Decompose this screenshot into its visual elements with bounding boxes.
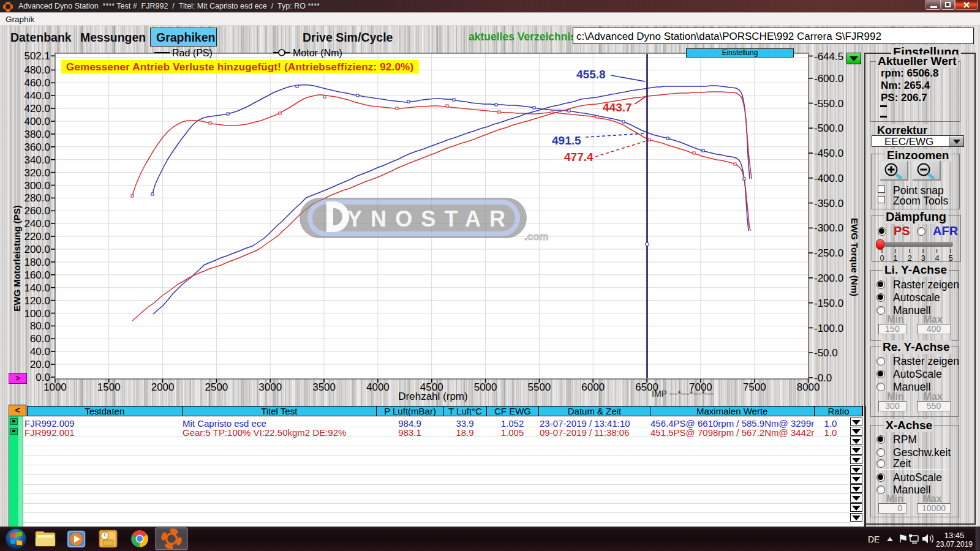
- svg-text:-600.0: -600.0: [814, 73, 843, 84]
- svg-text:20.0: 20.0: [30, 359, 50, 370]
- svg-text:502.1: 502.1: [24, 50, 50, 62]
- svg-text:1000: 1000: [43, 381, 67, 393]
- svg-text:100.0: 100.0: [24, 308, 50, 320]
- svg-text:5000: 5000: [474, 381, 497, 393]
- svg-text:400.0: 400.0: [24, 116, 50, 127]
- svg-text:455.8: 455.8: [576, 68, 606, 81]
- svg-text:-300.0: -300.0: [814, 222, 843, 234]
- svg-text:80.0: 80.0: [30, 320, 50, 332]
- svg-text:4000: 4000: [366, 381, 390, 393]
- svg-text:-100.0: -100.0: [814, 323, 843, 334]
- svg-text:-550.0: -550.0: [814, 98, 843, 110]
- svg-text:260.0: 260.0: [24, 205, 50, 217]
- svg-text:3000: 3000: [258, 381, 282, 393]
- svg-text:340.0: 340.0: [24, 154, 50, 166]
- svg-text:-400.0: -400.0: [814, 173, 843, 184]
- svg-text:-150.0: -150.0: [814, 298, 843, 309]
- svg-text:40.0: 40.0: [30, 346, 50, 358]
- svg-text:.com: .com: [524, 231, 549, 242]
- svg-text:3500: 3500: [312, 381, 336, 393]
- svg-text:6000: 6000: [581, 381, 605, 393]
- svg-text:7500: 7500: [743, 381, 766, 393]
- svg-text:13:45: 13:45: [944, 531, 965, 540]
- svg-text:Motor (Nm): Motor (Nm): [293, 48, 342, 58]
- svg-text:-50.0: -50.0: [814, 347, 838, 359]
- svg-text:320.0: 320.0: [24, 167, 50, 179]
- svg-text:491.5: 491.5: [552, 134, 581, 147]
- svg-text:2500: 2500: [205, 381, 228, 393]
- svg-text:-200.0: -200.0: [814, 272, 843, 284]
- svg-text:-250.0: -250.0: [814, 247, 843, 259]
- svg-text:420.0: 420.0: [24, 103, 50, 114]
- svg-text:477.4: 477.4: [564, 151, 594, 163]
- svg-text:180.0: 180.0: [24, 257, 50, 268]
- svg-text:380.0: 380.0: [24, 129, 50, 140]
- svg-text:460.0: 460.0: [24, 77, 50, 89]
- svg-text:443.7: 443.7: [603, 101, 632, 114]
- svg-text:Gemessener Antrieb Verluste hi: Gemessener Antrieb Verluste hinzugefügt!…: [66, 61, 413, 73]
- svg-text:220.0: 220.0: [24, 231, 50, 242]
- svg-text:240.0: 240.0: [24, 218, 50, 230]
- svg-text:-350.0: -350.0: [814, 198, 843, 209]
- svg-text:1500: 1500: [97, 381, 121, 393]
- svg-text:Drehzahl (rpm): Drehzahl (rpm): [398, 391, 467, 402]
- svg-text:IMP ---*---*---*---: IMP ---*---*---*---: [652, 389, 714, 399]
- svg-text:120.0: 120.0: [24, 295, 50, 307]
- svg-text:5500: 5500: [527, 381, 551, 393]
- svg-text:60.0: 60.0: [30, 333, 50, 345]
- svg-text:440.0: 440.0: [24, 90, 50, 102]
- svg-text:200.0: 200.0: [24, 244, 50, 255]
- svg-text:-644.5: -644.5: [814, 51, 843, 62]
- svg-text:EWG Torque (Nm): EWG Torque (Nm): [850, 218, 860, 296]
- svg-text:300.0: 300.0: [24, 180, 50, 192]
- svg-text:DE: DE: [868, 534, 880, 544]
- svg-text:-450.0: -450.0: [814, 148, 843, 159]
- svg-text:2000: 2000: [151, 381, 175, 393]
- svg-text:EWG Motorleistung (PS): EWG Motorleistung (PS): [12, 205, 22, 311]
- svg-text:140.0: 140.0: [24, 282, 50, 294]
- svg-text:8000: 8000: [797, 381, 820, 393]
- svg-text:360.0: 360.0: [24, 141, 50, 153]
- svg-text:480.0: 480.0: [24, 64, 50, 76]
- svg-text:280.0: 280.0: [24, 192, 50, 204]
- svg-text:Rad (PS): Rad (PS): [172, 48, 213, 58]
- svg-text:23.07.2019: 23.07.2019: [936, 540, 973, 549]
- svg-text:160.0: 160.0: [24, 269, 50, 281]
- svg-text:-500.0: -500.0: [814, 122, 843, 134]
